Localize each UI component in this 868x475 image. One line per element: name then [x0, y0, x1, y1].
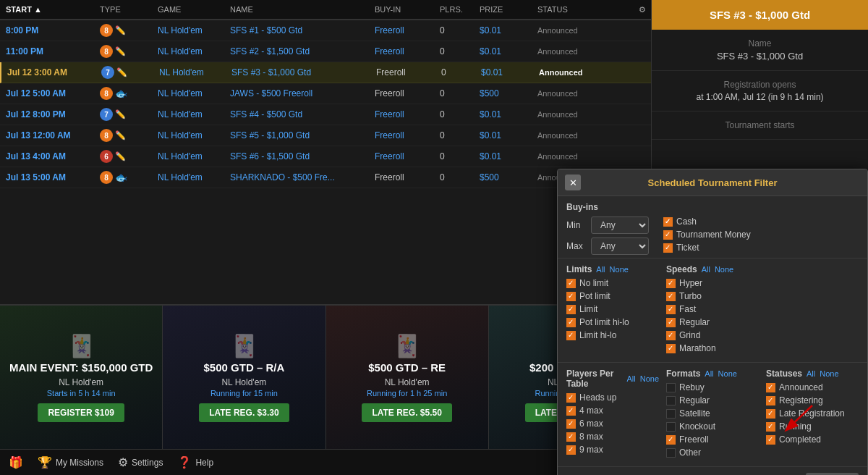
- right-panel-header: SFS #3 - $1,000 Gtd: [652, 0, 868, 30]
- help-icon: ❓: [177, 455, 192, 469]
- limit-no-limit[interactable]: ✓ No limit: [566, 278, 659, 288]
- format-regular[interactable]: Regular: [666, 395, 759, 405]
- table-row[interactable]: Jul 13 4:00 AM 6 ✏️ NL Hold'em SFS #6 - …: [0, 146, 651, 167]
- col-type[interactable]: TYPE: [100, 5, 158, 14]
- trophy-icon: 🏆: [38, 455, 52, 469]
- status-announced[interactable]: ✓ Announced: [766, 382, 859, 392]
- table-row[interactable]: 8:00 PM 8 ✏️ NL Hold'em SFS #1 - $500 Gt…: [0, 20, 651, 41]
- speed-grind[interactable]: ✓ Grind: [666, 330, 759, 340]
- payment-cash[interactable]: ✓ Cash: [663, 217, 751, 227]
- limits-all-link[interactable]: All: [596, 265, 605, 274]
- limits-none-link[interactable]: None: [610, 265, 629, 274]
- banner-title: $500 GTD – R/A: [204, 361, 285, 374]
- ppt-6max[interactable]: ✓ 6 max: [566, 419, 659, 429]
- buyin-min-select[interactable]: Any: [591, 217, 649, 234]
- speed-regular[interactable]: ✓ Regular: [666, 317, 759, 327]
- banner-subtitle: NL Hold'em: [59, 377, 103, 387]
- filter-modal-footer: Reset Close: [558, 466, 867, 475]
- limits-section: Limits All None ✓ No limit ✓ Pot limit ✓…: [566, 264, 659, 356]
- speed-marathon[interactable]: ✓ Marathon: [666, 343, 759, 353]
- banner-500gtd-ra[interactable]: 🃏 $500 GTD – R/A NL Hold'em Running for …: [163, 306, 326, 449]
- status-completed[interactable]: ✓ Completed: [766, 434, 859, 445]
- formats-none-link[interactable]: None: [718, 369, 737, 378]
- filter-modal-header: ✕ Scheduled Tournament Filter: [558, 169, 867, 196]
- right-panel-starts-section: Tournament starts: [652, 112, 868, 140]
- speeds-all-link[interactable]: All: [702, 265, 710, 274]
- banner-subtitle: NL Hold'em: [385, 377, 430, 387]
- format-rebuy[interactable]: Rebuy: [666, 382, 759, 392]
- speed-turbo[interactable]: ✓ Turbo: [666, 291, 759, 301]
- format-freeroll[interactable]: ✓ Freeroll: [666, 434, 759, 445]
- limit-limit[interactable]: ✓ Limit: [566, 304, 659, 314]
- right-panel-reg-section: Registration opens at 1:00 AM, Jul 12 (i…: [652, 71, 868, 112]
- banner-title: $500 GTD – RE: [368, 361, 446, 374]
- formats-section: Formats All None Rebuy Regular Satellite: [666, 369, 759, 461]
- limit-limit-hilo[interactable]: ✓ Limit hi-lo: [566, 330, 659, 340]
- col-game[interactable]: GAME: [158, 5, 230, 14]
- table-row[interactable]: Jul 13 12:00 AM 8 ✏️ NL Hold'em SFS #5 -…: [0, 125, 651, 146]
- limit-pot-limit[interactable]: ✓ Pot limit: [566, 291, 659, 301]
- banner-status: Running for 15 min: [210, 389, 278, 398]
- banner-late-reg-button-2[interactable]: LATE REG. $5.50: [362, 403, 451, 422]
- col-status[interactable]: STATUS: [537, 5, 639, 14]
- settings-icon: ⚙: [118, 455, 128, 469]
- table-row[interactable]: Jul 12 5:00 AM 8 🐟 NL Hold'em JAWS - $50…: [0, 83, 651, 104]
- col-name[interactable]: NAME: [230, 5, 375, 14]
- table-row[interactable]: Jul 12 8:00 PM 7 ✏️ NL Hold'em SFS #4 - …: [0, 104, 651, 125]
- my-missions-button[interactable]: 🏆 My Missions: [38, 455, 103, 469]
- ppt-9max[interactable]: ✓ 9 max: [566, 445, 659, 455]
- gifts-button[interactable]: 🎁: [9, 455, 23, 469]
- banner-late-reg-button[interactable]: LATE REG. $3.30: [199, 403, 289, 422]
- ppt-none-link[interactable]: None: [640, 374, 659, 383]
- col-buyin[interactable]: BUY-IN: [375, 5, 440, 14]
- settings-button[interactable]: ⚙ Settings: [118, 455, 163, 469]
- banner-subtitle: NL Hold'em: [221, 377, 266, 387]
- format-knockout[interactable]: Knockout: [666, 421, 759, 432]
- col-players[interactable]: PLRS.: [440, 5, 480, 14]
- statuses-section: Statuses All None ✓ Announced ✓ Register…: [766, 369, 859, 461]
- col-start[interactable]: START ▲: [6, 5, 100, 14]
- col-prize[interactable]: PRIZE: [480, 5, 537, 14]
- buyin-max-select[interactable]: Any: [591, 238, 649, 255]
- table-row[interactable]: Jul 13 5:00 AM 8 🐟 NL Hold'em SHARKNADO …: [0, 167, 651, 188]
- filter-close-icon-button[interactable]: ✕: [565, 175, 581, 190]
- ppt-all-link[interactable]: All: [626, 374, 635, 383]
- right-panel-name-section: Name SFS #3 - $1,000 Gtd: [652, 30, 868, 71]
- tournament-list: 8:00 PM 8 ✏️ NL Hold'em SFS #1 - $500 Gt…: [0, 20, 651, 304]
- banners-area: 🃏 MAIN EVENT: $150,000 GTD NL Hold'em St…: [0, 304, 651, 449]
- buyin-section-title: Buy-ins: [566, 202, 649, 212]
- banner-cards-icon: 🃏: [231, 333, 258, 358]
- statuses-all-link[interactable]: All: [807, 369, 815, 378]
- banner-status: Running for 1 h 25 min: [367, 389, 447, 398]
- payment-tournament-money[interactable]: ✓ Tournament Money: [663, 230, 751, 240]
- filter-modal-title: Scheduled Tournament Filter: [648, 177, 778, 188]
- banner-main-event[interactable]: 🃏 MAIN EVENT: $150,000 GTD NL Hold'em St…: [0, 306, 163, 449]
- banner-register-button[interactable]: REGISTER $109: [38, 403, 124, 422]
- help-button[interactable]: ❓ Help: [177, 455, 213, 469]
- filter-modal: ✕ Scheduled Tournament Filter Buy-ins Mi…: [557, 169, 868, 475]
- ppt-heads-up[interactable]: ✓ Heads up: [566, 392, 659, 403]
- banner-title: MAIN EVENT: $150,000 GTD: [9, 361, 153, 374]
- banner-cards-icon: 🃏: [68, 333, 95, 358]
- banner-500gtd-re[interactable]: 🃏 $500 GTD – RE NL Hold'em Running for 1…: [326, 306, 489, 449]
- speeds-none-link[interactable]: None: [715, 265, 733, 274]
- limit-pot-limit-hilo[interactable]: ✓ Pot limit hi-lo: [566, 317, 659, 327]
- status-running[interactable]: ✓ Running: [766, 421, 859, 432]
- status-registering[interactable]: ✓ Registering: [766, 395, 859, 405]
- table-header: START ▲ TYPE GAME NAME BUY-IN PLRS. PRIZ…: [0, 0, 651, 20]
- payment-ticket[interactable]: ✓ Ticket: [663, 243, 751, 253]
- banner-cards-icon: 🃏: [393, 333, 420, 358]
- format-satellite[interactable]: Satellite: [666, 408, 759, 419]
- gift-icon: 🎁: [9, 455, 23, 469]
- formats-all-link[interactable]: All: [705, 369, 713, 378]
- ppt-8max[interactable]: ✓ 8 max: [566, 432, 659, 442]
- table-row-selected[interactable]: Jul 12 3:00 AM 7 ✏️ NL Hold'em SFS #3 - …: [0, 62, 651, 83]
- speed-fast[interactable]: ✓ Fast: [666, 304, 759, 314]
- speeds-section: Speeds All None ✓ Hyper ✓ Turbo ✓ Fast: [666, 264, 759, 356]
- ppt-4max[interactable]: ✓ 4 max: [566, 405, 659, 416]
- table-row[interactable]: 11:00 PM 8 ✏️ NL Hold'em SFS #2 - $1,500…: [0, 41, 651, 62]
- status-late-registration[interactable]: ✓ Late Registration: [766, 408, 859, 419]
- statuses-none-link[interactable]: None: [820, 369, 838, 378]
- speed-hyper[interactable]: ✓ Hyper: [666, 278, 759, 288]
- format-other[interactable]: Other: [666, 447, 759, 458]
